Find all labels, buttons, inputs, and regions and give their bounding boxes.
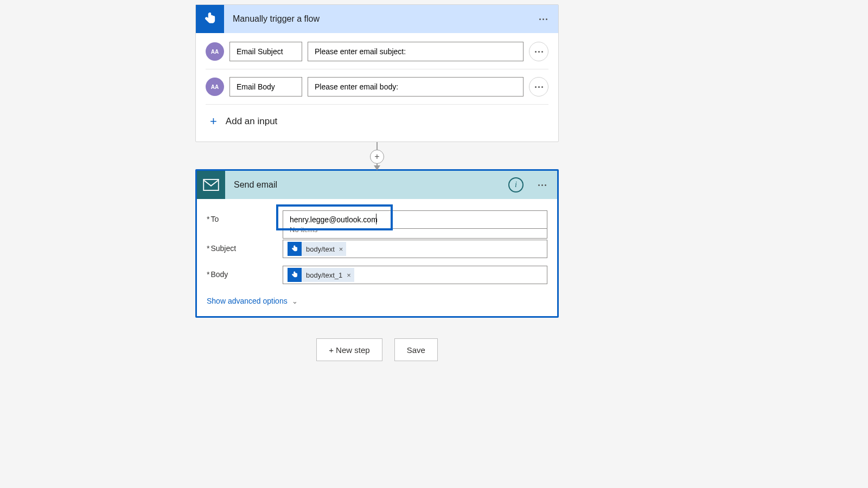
plus-icon: +	[210, 115, 217, 127]
manual-trigger-icon	[196, 5, 224, 33]
arrow-down-icon	[374, 165, 380, 170]
field-row-body: *Body body/text_1 ×	[207, 262, 547, 288]
plus-icon: +	[374, 152, 379, 162]
input-more-button[interactable]	[529, 77, 548, 97]
trigger-input-row: AA	[206, 69, 548, 105]
action-card: Send email i *To No items	[195, 169, 559, 318]
input-prompt-field[interactable]	[308, 77, 524, 97]
input-name-field[interactable]	[229, 77, 302, 97]
manual-trigger-icon	[288, 268, 302, 282]
info-button[interactable]: i	[508, 177, 524, 192]
remove-token-button[interactable]: ×	[347, 271, 351, 279]
advanced-label: Show advanced options	[207, 297, 288, 305]
add-input-button[interactable]: + Add an input	[206, 105, 548, 137]
trigger-input-row: AA	[206, 40, 548, 69]
footer-buttons: + New step Save	[195, 338, 559, 361]
trigger-card: Manually trigger a flow AA AA	[195, 4, 559, 142]
token-text: body/text_1	[306, 271, 342, 279]
action-title: Send email	[234, 180, 508, 190]
trigger-body: AA AA + Add an input	[196, 33, 558, 142]
manual-trigger-icon	[288, 242, 302, 256]
token-text: body/text	[306, 245, 335, 253]
input-name-field[interactable]	[229, 42, 302, 61]
field-row-subject: *Subject body/text ×	[207, 236, 547, 262]
chevron-down-icon: ⌄	[292, 297, 298, 305]
new-step-button[interactable]: + New step	[316, 338, 382, 361]
remove-token-button[interactable]: ×	[339, 245, 343, 253]
input-type-icon: AA	[206, 78, 224, 96]
subject-input[interactable]: body/text ×	[283, 240, 547, 258]
body-label: *Body	[207, 266, 283, 279]
trigger-title: Manually trigger a flow	[233, 14, 534, 24]
connector: +	[195, 142, 559, 169]
input-prompt-field[interactable]	[308, 42, 524, 61]
mail-icon	[197, 171, 225, 199]
action-body: *To No items *Subject	[197, 199, 557, 316]
svg-rect-0	[203, 179, 219, 190]
insert-step-button[interactable]: +	[370, 150, 384, 164]
to-suggestions-dropdown[interactable]: No items	[283, 229, 547, 239]
input-more-button[interactable]	[529, 42, 548, 61]
action-more-button[interactable]	[533, 176, 551, 194]
show-advanced-options[interactable]: Show advanced options ⌄	[207, 288, 547, 313]
to-input[interactable]	[283, 210, 547, 229]
action-header[interactable]: Send email i	[197, 171, 557, 199]
trigger-more-button[interactable]	[534, 10, 552, 28]
trigger-header[interactable]: Manually trigger a flow	[196, 5, 558, 33]
subject-label: *Subject	[207, 240, 283, 253]
input-type-icon: AA	[206, 42, 224, 61]
add-input-label: Add an input	[226, 116, 277, 127]
dynamic-token[interactable]: body/text_1 ×	[288, 268, 354, 282]
field-row-to: *To No items	[207, 207, 547, 233]
no-items-text: No items	[290, 226, 317, 234]
to-label: *To	[207, 210, 283, 223]
body-input[interactable]: body/text_1 ×	[283, 266, 547, 284]
save-button[interactable]: Save	[394, 338, 438, 361]
dynamic-token[interactable]: body/text ×	[288, 242, 346, 256]
